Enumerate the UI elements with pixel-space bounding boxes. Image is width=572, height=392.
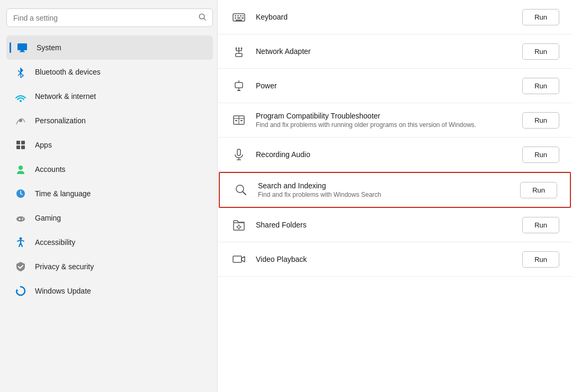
network-adapter-run-button[interactable]: Run	[522, 43, 559, 60]
troubleshooter-recording-audio: Recording Audio Run	[218, 138, 572, 172]
video-icon	[230, 251, 247, 268]
update-icon	[14, 284, 28, 298]
troubleshooter-program-compat: Program Compatibility Troubleshooter Fin…	[218, 103, 572, 138]
sidebar-item-label: Gaming	[35, 214, 61, 222]
svg-rect-41	[235, 83, 243, 88]
search-box[interactable]	[6, 8, 213, 27]
svg-point-12	[19, 166, 23, 170]
troubleshooter-compat-title: Program Compatibility Troubleshooter	[256, 112, 514, 120]
svg-rect-3	[21, 50, 24, 51]
sidebar-item-accounts[interactable]: Accounts	[6, 157, 213, 181]
svg-rect-44	[237, 90, 240, 91]
search-indexing-run-button[interactable]: Run	[520, 182, 557, 198]
svg-point-6	[20, 100, 22, 102]
svg-point-20	[22, 219, 23, 220]
troubleshooter-video-title: Video Playback	[256, 255, 514, 263]
svg-rect-48	[235, 120, 237, 121]
sidebar-item-label: Apps	[35, 141, 52, 149]
svg-point-21	[20, 238, 22, 240]
troubleshooter-keyboard-text: Keyboard	[256, 13, 514, 21]
sidebar-item-bluetooth[interactable]: Bluetooth & devices	[6, 60, 213, 84]
svg-rect-30	[242, 17, 244, 19]
svg-rect-4	[20, 51, 25, 52]
troubleshooter-folders-text: Shared Folders	[256, 221, 514, 229]
svg-line-54	[243, 192, 246, 195]
svg-rect-31	[236, 20, 242, 21]
shared-folder-icon	[230, 216, 247, 233]
sidebar-item-update[interactable]: Windows Update	[6, 279, 213, 303]
troubleshooter-shared-folders: Shared Folders Run	[218, 208, 572, 242]
sidebar-item-system[interactable]: System	[6, 35, 213, 60]
sidebar-item-label: Accessibility	[35, 238, 75, 247]
privacy-icon	[14, 260, 28, 274]
accessibility-icon	[14, 235, 28, 249]
sidebar-item-label: Privacy & security	[35, 262, 94, 271]
sidebar-item-label: Time & language	[35, 189, 91, 198]
troubleshooter-video-text: Video Playback	[256, 255, 514, 263]
sidebar-item-apps[interactable]: Apps	[6, 133, 213, 157]
svg-rect-28	[235, 17, 236, 19]
shared-folders-run-button[interactable]: Run	[522, 217, 559, 233]
svg-point-40	[241, 48, 243, 49]
recording-audio-run-button[interactable]: Run	[522, 147, 559, 163]
troubleshooter-power: Power Run	[218, 69, 572, 103]
svg-rect-9	[21, 141, 25, 144]
svg-point-19	[22, 218, 23, 219]
video-playback-run-button[interactable]: Run	[522, 251, 559, 268]
troubleshooter-network-adapter: Network Adapter Run	[218, 34, 572, 69]
troubleshooter-network-text: Network Adapter	[256, 47, 514, 56]
active-indicator	[10, 42, 11, 53]
svg-point-7	[19, 119, 22, 122]
network-adapter-icon	[230, 43, 247, 60]
svg-point-38	[236, 48, 237, 49]
network-icon	[14, 89, 28, 103]
sidebar-item-accessibility[interactable]: Accessibility	[6, 230, 213, 254]
troubleshooter-folders-title: Shared Folders	[256, 221, 514, 229]
troubleshooter-network-title: Network Adapter	[256, 47, 514, 56]
troubleshooter-video-playback: Video Playback Run	[218, 242, 572, 277]
troubleshooter-power-title: Power	[256, 81, 514, 90]
troubleshooter-search-text: Search and Indexing Find and fix problem…	[258, 181, 512, 198]
sidebar-item-privacy[interactable]: Privacy & security	[6, 254, 213, 279]
search-indexing-icon	[233, 181, 249, 198]
troubleshooter-keyboard: Keyboard Run	[218, 0, 572, 34]
compat-run-button[interactable]: Run	[522, 112, 559, 129]
svg-rect-49	[240, 120, 243, 121]
sidebar-item-personalization[interactable]: Personalization	[6, 108, 213, 133]
sidebar-item-network[interactable]: Network & internet	[6, 84, 213, 108]
apps-icon	[14, 138, 28, 152]
compat-icon	[230, 112, 247, 129]
search-icon	[199, 13, 206, 22]
keyboard-icon	[230, 8, 247, 25]
svg-line-1	[204, 19, 206, 21]
monitor-icon	[15, 41, 29, 54]
power-run-button[interactable]: Run	[522, 78, 559, 94]
sidebar-item-label: Personalization	[35, 116, 86, 125]
svg-point-56	[238, 226, 240, 229]
sidebar: System Bluetooth & devices Network & int…	[0, 0, 217, 392]
svg-rect-61	[233, 256, 242, 262]
troubleshooter-search-indexing: Search and Indexing Find and fix problem…	[219, 172, 571, 208]
keyboard-run-button[interactable]: Run	[522, 9, 559, 25]
troubleshooter-power-text: Power	[256, 81, 514, 90]
svg-rect-11	[21, 145, 25, 149]
sidebar-item-label: Windows Update	[35, 287, 91, 295]
sidebar-item-label: Bluetooth & devices	[35, 68, 101, 76]
svg-rect-32	[236, 53, 242, 57]
svg-rect-26	[240, 15, 242, 16]
sidebar-item-gaming[interactable]: Gaming	[6, 206, 213, 230]
gaming-icon	[14, 211, 28, 225]
svg-rect-24	[235, 15, 236, 16]
troubleshooter-list: Keyboard Run Network Adap	[218, 0, 572, 277]
troubleshooter-compat-text: Program Compatibility Troubleshooter Fin…	[256, 112, 514, 129]
search-input[interactable]	[13, 14, 194, 22]
sidebar-item-time[interactable]: Time & language	[6, 181, 213, 206]
troubleshooter-search-title: Search and Indexing	[258, 181, 512, 190]
svg-rect-50	[237, 149, 240, 156]
svg-rect-25	[237, 15, 239, 16]
svg-rect-2	[17, 43, 27, 50]
sidebar-item-label: Network & internet	[35, 92, 96, 101]
troubleshooter-keyboard-title: Keyboard	[256, 13, 514, 21]
svg-rect-8	[16, 141, 20, 144]
svg-marker-22	[16, 289, 19, 291]
